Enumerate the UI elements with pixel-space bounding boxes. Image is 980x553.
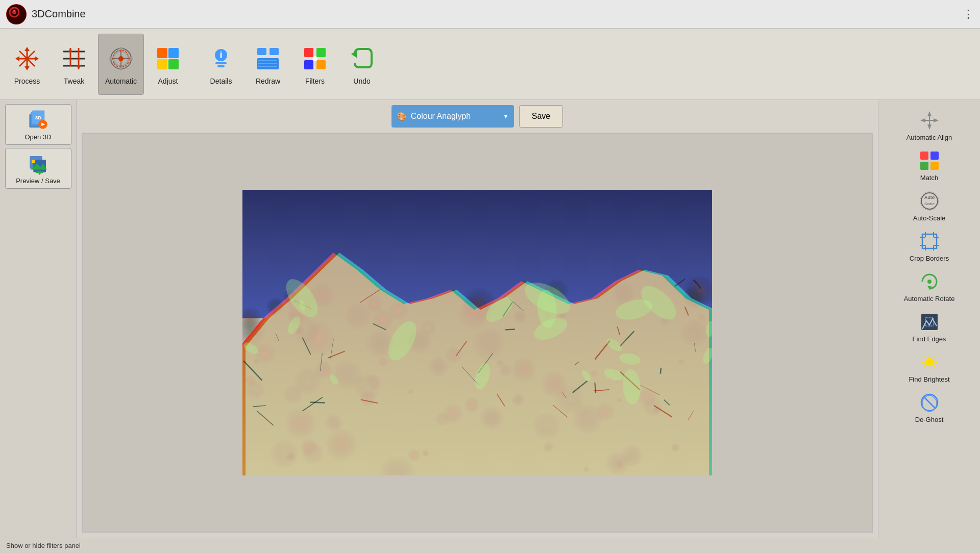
svg-text:i: i	[219, 50, 222, 60]
svg-text:Scale: Scale	[924, 202, 935, 206]
svg-rect-43	[316, 60, 326, 69]
content-area: 🎨 Colour Anaglyph ▼ Save	[77, 100, 878, 538]
open3d-icon: 3D	[27, 109, 50, 131]
svg-marker-9	[24, 66, 30, 70]
undo-label: Undo	[353, 77, 370, 85]
titlebar-left: 3DCombine	[6, 4, 86, 24]
menu-icon[interactable]: ⋮	[963, 8, 974, 21]
svg-marker-60	[934, 118, 939, 122]
automatic-rotate-icon	[918, 270, 941, 293]
svg-point-23	[109, 57, 112, 60]
open3d-button[interactable]: 3D Open 3D	[5, 104, 71, 145]
svg-rect-35	[270, 48, 279, 55]
undo-icon	[347, 43, 377, 74]
svg-point-24	[130, 57, 133, 60]
svg-line-94	[923, 396, 936, 409]
find-brightest-label: Find Brightest	[909, 375, 949, 383]
svg-rect-64	[930, 152, 939, 160]
main-area: 3D Open 3D Preview / Save	[0, 100, 980, 538]
find-brightest-icon	[918, 351, 941, 373]
svg-rect-29	[168, 59, 179, 69]
svg-point-84	[925, 358, 934, 366]
svg-rect-27	[168, 48, 179, 58]
auto-scale-button[interactable]: Auto Scale Auto-Scale	[886, 187, 973, 225]
crop-borders-button[interactable]: Crop Borders	[886, 227, 973, 265]
tweak-label: Tweak	[64, 77, 84, 85]
preview-save-icon	[27, 153, 50, 175]
svg-rect-26	[157, 48, 167, 58]
anaglyph-canvas	[242, 190, 712, 475]
svg-rect-34	[257, 48, 266, 55]
svg-marker-18	[77, 65, 81, 69]
svg-rect-40	[304, 48, 313, 57]
titlebar: 3DCombine ⋮	[0, 0, 980, 29]
crop-borders-icon	[918, 230, 941, 253]
svg-point-3	[14, 10, 15, 11]
adjust-label: Adjust	[158, 77, 178, 85]
undo-button[interactable]: Undo	[339, 34, 385, 95]
automatic-align-button[interactable]: Automatic Align	[886, 106, 973, 144]
svg-rect-63	[920, 152, 928, 160]
details-button[interactable]: i Details	[198, 34, 244, 95]
match-icon	[918, 149, 941, 172]
svg-line-89	[924, 357, 926, 359]
app-title: 3DCombine	[32, 8, 86, 20]
svg-marker-57	[927, 111, 932, 116]
svg-rect-71	[922, 234, 937, 248]
find-brightest-button[interactable]: Find Brightest	[886, 348, 973, 386]
adjust-button[interactable]: Adjust	[145, 34, 191, 95]
svg-rect-28	[157, 59, 167, 69]
right-sidebar: Automatic Align Match Auto Scale	[878, 100, 980, 538]
match-button[interactable]: Match	[886, 146, 973, 185]
svg-line-91	[933, 357, 935, 359]
svg-point-22	[119, 67, 122, 70]
tweak-icon	[59, 43, 89, 74]
preview-save-button[interactable]: Preview / Save	[5, 148, 71, 189]
automatic-label: Automatic	[105, 77, 137, 85]
find-edges-button[interactable]: Find Edges	[886, 308, 973, 346]
details-label: Details	[210, 77, 232, 85]
view-select[interactable]: 🎨 Colour Anaglyph ▼	[391, 105, 514, 128]
redraw-button[interactable]: Redraw	[245, 34, 291, 95]
filters-icon	[300, 43, 330, 74]
automatic-icon	[106, 43, 136, 74]
svg-rect-65	[920, 162, 928, 170]
svg-line-92	[924, 366, 926, 368]
statusbar: Show or hide filters panel	[0, 538, 980, 553]
process-label: Process	[14, 77, 40, 85]
crop-borders-label: Crop Borders	[910, 255, 949, 262]
match-label: Match	[920, 174, 938, 182]
automatic-rotate-label: Automatic Rotate	[904, 295, 955, 303]
view-select-value: Colour Anaglyph	[411, 112, 499, 121]
de-ghost-icon	[918, 391, 941, 414]
svg-point-21	[119, 47, 122, 50]
automatic-rotate-button[interactable]: Automatic Rotate	[886, 267, 973, 306]
svg-marker-11	[35, 56, 39, 61]
process-button[interactable]: Process	[4, 34, 50, 95]
svg-text:Auto: Auto	[924, 195, 935, 200]
filters-button[interactable]: Filters	[292, 34, 338, 95]
de-ghost-button[interactable]: De-Ghost	[886, 388, 973, 426]
svg-marker-8	[24, 47, 30, 51]
automatic-button[interactable]: Automatic	[98, 34, 144, 95]
svg-rect-41	[316, 48, 326, 57]
image-container	[82, 133, 873, 533]
svg-marker-10	[15, 56, 19, 61]
svg-rect-32	[215, 62, 227, 64]
open3d-label: Open 3D	[24, 133, 51, 141]
redraw-icon	[253, 43, 283, 74]
automatic-align-icon	[918, 109, 941, 132]
view-select-icon: 🎨	[397, 112, 407, 121]
find-edges-icon	[918, 311, 941, 333]
toolbar: Process Tweak	[0, 29, 980, 100]
save-button[interactable]: Save	[519, 105, 563, 128]
auto-scale-label: Auto-Scale	[913, 214, 946, 222]
svg-rect-42	[304, 60, 313, 69]
svg-point-25	[118, 56, 124, 61]
content-topbar: 🎨 Colour Anaglyph ▼ Save	[82, 105, 873, 128]
redraw-label: Redraw	[256, 77, 280, 85]
filters-label: Filters	[305, 77, 325, 85]
app-icon	[6, 4, 27, 24]
tweak-button[interactable]: Tweak	[51, 34, 97, 95]
preview-save-label: Preview / Save	[16, 177, 60, 185]
